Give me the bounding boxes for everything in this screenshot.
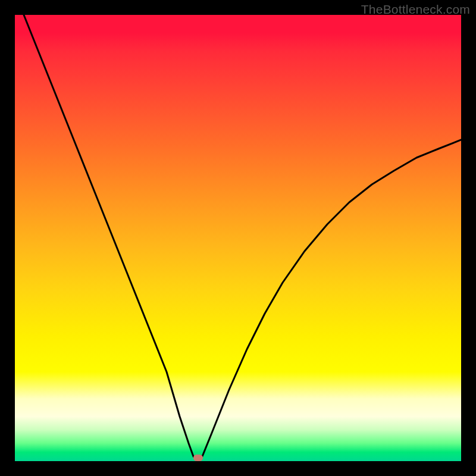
- watermark-text: TheBottleneck.com: [361, 2, 470, 17]
- chart-plot-area: [15, 15, 461, 461]
- optimum-marker: [193, 455, 203, 461]
